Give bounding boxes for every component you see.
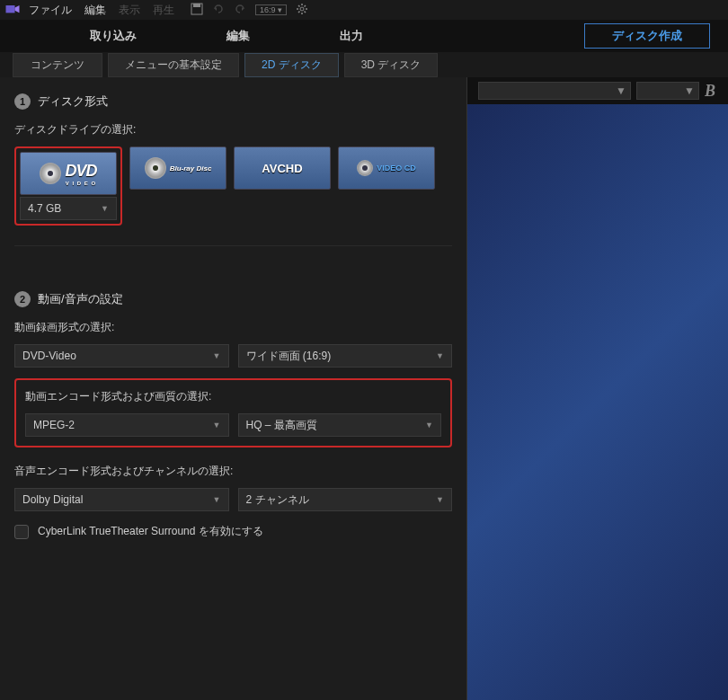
section1-head: 1 ディスク形式 <box>14 93 452 110</box>
menu-edit[interactable]: 編集 <box>84 3 106 18</box>
chevron-down-icon: ▼ <box>213 421 221 430</box>
settings-panel: 1 ディスク形式 ディスクドライブの選択: DVD V I D E O 4.7 … <box>0 77 467 700</box>
svg-rect-3 <box>193 4 200 7</box>
aspect-indicator[interactable]: 16:9 ▾ <box>255 4 287 15</box>
subtab-menu-settings[interactable]: メニューの基本設定 <box>108 53 239 77</box>
codec-dropdown[interactable]: MPEG-2 ▼ <box>25 413 229 437</box>
chevron-down-icon: ▼ <box>425 421 433 430</box>
dvd-sublabel: V I D E O <box>65 181 96 186</box>
app-icon <box>4 2 22 18</box>
encode-label: 動画エンコード形式および画質の選択: <box>25 389 441 404</box>
gear-icon[interactable] <box>296 3 308 18</box>
font-size-dropdown[interactable]: ▼ <box>636 82 699 100</box>
video-format-dropdown[interactable]: DVD-Video ▼ <box>14 344 229 368</box>
drive-dvd[interactable]: DVD V I D E O <box>20 152 117 195</box>
section2-head: 2 動画/音声の設定 <box>14 291 452 307</box>
dvd-label: DVD <box>65 162 96 180</box>
section2-title: 動画/音声の設定 <box>38 291 123 307</box>
drive-vcd[interactable]: VIDEO CD <box>338 146 435 190</box>
bold-icon[interactable]: B <box>705 82 721 101</box>
menu-view: 表示 <box>119 3 140 18</box>
font-family-dropdown[interactable]: ▼ <box>478 82 631 100</box>
capacity-value: 4.7 GB <box>28 202 61 215</box>
major-tabbar: 取り込み 編集 出力 ディスク作成 <box>0 20 728 52</box>
drive-avchd[interactable]: AVCHD <box>234 146 331 190</box>
aspect-dropdown[interactable]: ワイド画面 (16:9) ▼ <box>238 344 453 368</box>
tab-output[interactable]: 出力 <box>340 28 363 44</box>
menu-play: 再生 <box>153 3 174 18</box>
section1-title: ディスク形式 <box>38 93 108 110</box>
video-format-label: 動画録画形式の選択: <box>14 320 452 335</box>
subtab-3d-disc[interactable]: 3D ディスク <box>344 53 439 77</box>
audio-codec-value: Dolby Digital <box>22 493 83 506</box>
surround-checkbox[interactable] <box>14 525 29 539</box>
drive-row: DVD V I D E O 4.7 GB ▼ Blu-ray Disc AVCH… <box>14 146 452 226</box>
redo-icon <box>234 3 246 18</box>
channels-dropdown[interactable]: 2 チャンネル ▼ <box>238 488 453 511</box>
chevron-down-icon: ▼ <box>101 204 109 213</box>
subtab-2d-disc[interactable]: 2D ディスク <box>244 53 339 77</box>
section2-num: 2 <box>14 291 31 307</box>
chevron-down-icon: ▼ <box>213 351 221 360</box>
video-format-value: DVD-Video <box>22 350 76 362</box>
svg-rect-0 <box>6 5 15 13</box>
tab-create-disc[interactable]: ディスク作成 <box>584 23 710 49</box>
drive-select-label: ディスクドライブの選択: <box>14 122 452 137</box>
chevron-down-icon: ▼ <box>436 351 444 360</box>
disc-subtabs: コンテンツ メニューの基本設定 2D ディスク 3D ディスク <box>0 52 728 77</box>
subtab-contents[interactable]: コンテンツ <box>13 53 102 77</box>
chevron-down-icon: ▼ <box>436 495 444 504</box>
dvd-selected-box: DVD V I D E O 4.7 GB ▼ <box>14 146 122 226</box>
tab-edit[interactable]: 編集 <box>226 28 250 44</box>
menubar: ファイル 編集 表示 再生 16:9 ▾ <box>0 0 728 20</box>
disc-icon <box>357 160 373 176</box>
audio-codec-dropdown[interactable]: Dolby Digital ▼ <box>14 488 229 511</box>
preview-canvas[interactable] <box>467 104 728 700</box>
save-icon[interactable] <box>191 3 203 18</box>
toolbar-icons: 16:9 ▾ <box>191 3 308 18</box>
encode-highlight-box: 動画エンコード形式および画質の選択: MPEG-2 ▼ HQ – 最高画質 ▼ <box>14 378 452 447</box>
undo-icon <box>212 3 225 18</box>
chevron-down-icon: ▼ <box>616 84 626 97</box>
tab-import[interactable]: 取り込み <box>90 28 137 44</box>
capacity-dropdown[interactable]: 4.7 GB ▼ <box>20 197 117 220</box>
disc-icon <box>145 157 166 179</box>
avchd-label: AVCHD <box>262 162 302 175</box>
chevron-down-icon: ▼ <box>213 495 221 504</box>
bluray-label: Blu-ray Disc <box>170 164 212 173</box>
section1-num: 1 <box>14 93 31 110</box>
menu-file[interactable]: ファイル <box>29 3 72 18</box>
svg-marker-1 <box>15 5 20 13</box>
chevron-down-icon: ▼ <box>684 84 695 97</box>
quality-dropdown[interactable]: HQ – 最高画質 ▼ <box>238 413 442 437</box>
disc-icon <box>40 163 61 184</box>
divider <box>14 245 452 246</box>
svg-point-6 <box>300 7 304 11</box>
quality-value: HQ – 最高画質 <box>246 418 317 433</box>
vcd-label: VIDEO CD <box>377 164 416 173</box>
drive-bluray[interactable]: Blu-ray Disc <box>129 146 226 190</box>
preview-toolbar: ▼ ▼ B <box>467 77 728 104</box>
codec-value: MPEG-2 <box>33 419 75 431</box>
preview-panel: ▼ ▼ B <box>467 77 728 700</box>
surround-label: CyberLink TrueTheater Surround を有効にする <box>38 524 263 539</box>
menu-items: ファイル 編集 表示 再生 <box>29 3 174 18</box>
audio-label: 音声エンコード形式およびチャンネルの選択: <box>14 464 452 479</box>
aspect-value: ワイド画面 (16:9) <box>246 349 332 364</box>
channels-value: 2 チャンネル <box>246 492 309 508</box>
